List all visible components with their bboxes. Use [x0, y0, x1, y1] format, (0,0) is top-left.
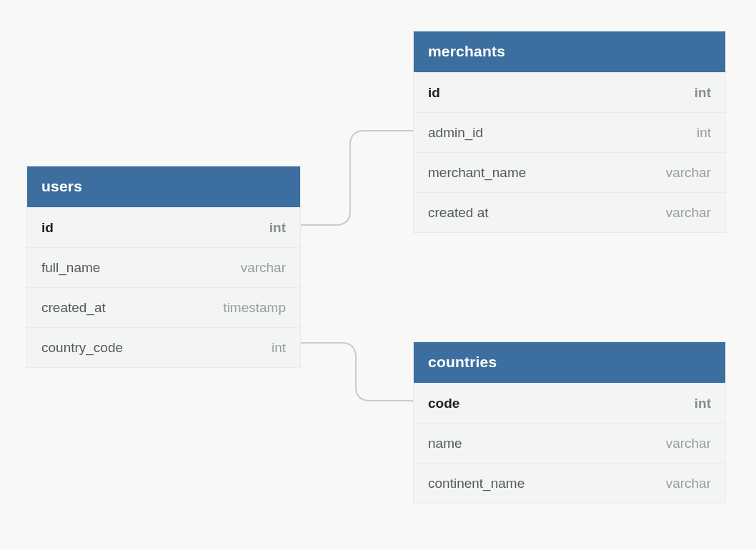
table-row[interactable]: merchant_name varchar — [414, 152, 725, 192]
table-merchants-title: merchants — [414, 31, 725, 72]
column-name: full_name — [41, 260, 100, 276]
table-countries[interactable]: countries code int name varchar continen… — [413, 341, 726, 504]
table-countries-title: countries — [414, 342, 725, 383]
table-row[interactable]: id int — [27, 207, 300, 247]
column-name: created_at — [41, 300, 106, 316]
column-name: country_code — [41, 340, 123, 356]
table-merchants[interactable]: merchants id int admin_id int merchant_n… — [413, 31, 726, 233]
column-type: varchar — [666, 476, 711, 491]
table-row[interactable]: full_name varchar — [27, 247, 300, 287]
column-name: name — [428, 436, 462, 451]
table-row[interactable]: country_code int — [27, 327, 300, 367]
column-type: varchar — [666, 165, 711, 181]
table-row[interactable]: admin_id int — [414, 112, 725, 152]
column-name: created at — [428, 205, 489, 221]
column-type: varchar — [241, 260, 286, 276]
table-row[interactable]: code int — [414, 383, 725, 423]
column-type: int — [695, 396, 711, 411]
column-type: int — [695, 85, 711, 101]
column-name: merchant_name — [428, 165, 526, 181]
column-type: varchar — [666, 205, 711, 221]
table-row[interactable]: id int — [414, 72, 725, 112]
table-row[interactable]: created_at timestamp — [27, 287, 300, 327]
column-name: id — [41, 220, 54, 236]
column-type: int — [269, 220, 286, 236]
table-row[interactable]: continent_name varchar — [414, 463, 725, 503]
column-name: id — [428, 85, 440, 101]
connector-users-id-merchants-admin — [301, 131, 413, 225]
connector-users-country-countries-code — [301, 343, 413, 401]
table-users[interactable]: users id int full_name varchar created_a… — [26, 166, 301, 368]
column-name: admin_id — [428, 125, 483, 141]
column-type: int — [272, 340, 286, 356]
table-row[interactable]: created at varchar — [414, 192, 725, 232]
column-type: varchar — [666, 436, 711, 451]
column-type: int — [697, 125, 711, 141]
column-name: code — [428, 396, 459, 411]
column-type: timestamp — [223, 300, 286, 316]
table-users-title: users — [27, 166, 300, 207]
table-row[interactable]: name varchar — [414, 423, 725, 463]
column-name: continent_name — [428, 476, 524, 491]
